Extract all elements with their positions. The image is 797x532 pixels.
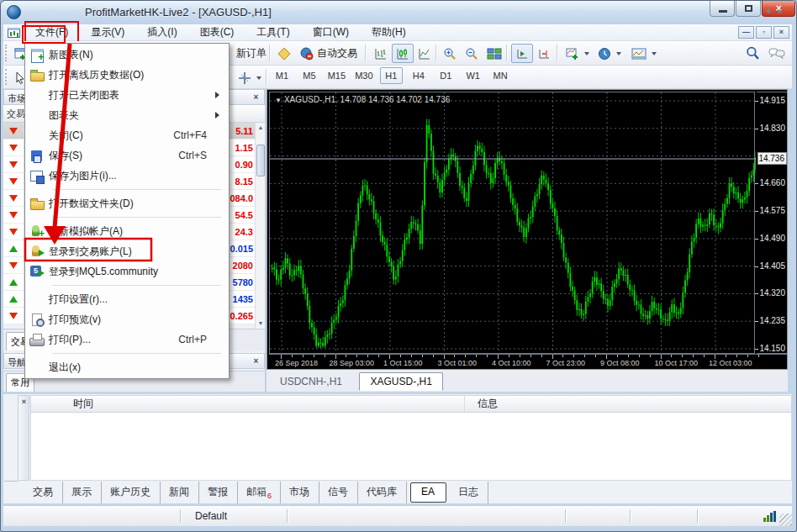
- file-menu-item[interactable]: 打印(P)... Ctrl+P: [25, 329, 229, 350]
- clock-icon: [598, 47, 611, 61]
- file-menu-item[interactable]: [25, 350, 229, 357]
- templates-button[interactable]: [627, 44, 661, 63]
- auto-scroll-button[interactable]: [511, 44, 533, 63]
- file-menu-item[interactable]: [25, 186, 229, 193]
- terminal-tab[interactable]: 代码库: [358, 482, 407, 503]
- auto-trading-button[interactable]: 自动交易: [296, 44, 362, 63]
- file-menu-item[interactable]: 登录到交易账户(L): [25, 241, 229, 261]
- toolbar-grip[interactable]: [5, 45, 8, 61]
- scroll-up-icon[interactable]: ▲: [256, 123, 266, 133]
- dropdown-caret-icon: [584, 52, 589, 55]
- navigator-close-icon[interactable]: ×: [251, 356, 261, 366]
- menu-bar-item[interactable]: 图表(C): [192, 24, 243, 41]
- chart-tab[interactable]: USDCNH-,H1: [270, 373, 352, 390]
- terminal-tab[interactable]: 信号: [319, 482, 358, 503]
- mdi-minimize-button[interactable]: —: [738, 26, 754, 39]
- terminal-tab[interactable]: 交易: [24, 482, 63, 503]
- zoom-out-button[interactable]: [461, 44, 483, 63]
- timeframe-button[interactable]: M30: [352, 67, 375, 84]
- restore-button[interactable]: [736, 1, 761, 17]
- file-menu-item[interactable]: [25, 282, 229, 289]
- market-watch-close-icon[interactable]: ×: [251, 92, 261, 103]
- chart-tab-scroll-buttons[interactable]: ◄►: [764, 7, 789, 15]
- file-menu-item[interactable]: 打开数据文件夹(D): [25, 193, 229, 213]
- terminal-tab[interactable]: 展示: [63, 482, 102, 503]
- bid-price: 24.3: [235, 227, 253, 237]
- chart-plot-area[interactable]: ▼XAGUSD-,H1. 14.708 14.736 14.702 14.736: [269, 92, 755, 354]
- file-menu-item[interactable]: 保存(S) Ctrl+S: [25, 145, 229, 166]
- chart-tab[interactable]: XAGUSD-,H1: [359, 372, 442, 391]
- timeframe-button[interactable]: MN: [489, 67, 512, 84]
- market-watch-scrollbar[interactable]: ▲ ▼: [255, 123, 265, 329]
- line-chart-button[interactable]: [414, 44, 435, 63]
- menu-bar-item[interactable]: 帮助(H): [363, 24, 414, 41]
- menu-bar-item[interactable]: 文件(F): [27, 24, 77, 41]
- time-tick-mark: [650, 355, 651, 357]
- terminal-tab[interactable]: 市场: [281, 482, 319, 503]
- terminal-tab[interactable]: EA: [410, 482, 446, 503]
- file-menu-item[interactable]: 开新模拟帐户(A): [25, 221, 229, 241]
- menu-bar-item[interactable]: 显示(V): [82, 24, 133, 41]
- file-menu-item[interactable]: 保存为图片(i)...: [25, 166, 229, 186]
- periods-button[interactable]: [594, 44, 625, 63]
- timeframe-button[interactable]: M15: [325, 67, 348, 84]
- timeframe-button[interactable]: H1: [380, 67, 403, 84]
- terminal-tab[interactable]: 警报: [199, 482, 238, 503]
- menu-item-label: 图表夹: [49, 108, 207, 123]
- file-menu-item[interactable]: 关闭(C) Ctrl+F4: [25, 125, 229, 145]
- mdi-restore-button[interactable]: ▫: [756, 26, 772, 39]
- chart-shift-button[interactable]: [533, 44, 555, 63]
- terminal-tab[interactable]: 新闻: [161, 482, 199, 503]
- terminal-close-icon[interactable]: ×: [19, 398, 29, 407]
- tile-windows-button[interactable]: [483, 44, 506, 63]
- search-button[interactable]: [742, 44, 764, 63]
- resize-grip[interactable]: [779, 514, 792, 526]
- time-column-header[interactable]: 时间: [31, 396, 465, 412]
- scrollbar-thumb[interactable]: [256, 145, 265, 176]
- market-button[interactable]: [272, 44, 296, 63]
- timeframe-button[interactable]: D1: [435, 67, 457, 84]
- file-menu-item[interactable]: 新图表(N): [25, 45, 229, 65]
- candlestick-chart-button[interactable]: [392, 44, 414, 63]
- indicators-button[interactable]: [562, 44, 594, 63]
- zoom-in-button[interactable]: [439, 44, 461, 63]
- terminal-tab[interactable]: 账户历史: [102, 482, 161, 503]
- file-menu-item[interactable]: 图表夹: [25, 105, 229, 125]
- time-tick-mark: [378, 355, 379, 357]
- price-tick-label: 14.490: [757, 234, 785, 243]
- minimize-button[interactable]: [710, 1, 735, 17]
- terminal-table-body[interactable]: [30, 413, 792, 481]
- terminal-tab[interactable]: 邮箱6: [238, 482, 281, 503]
- time-axis[interactable]: 26 Sep 201828 Sep 03:001 Oct 15:003 Oct …: [269, 354, 787, 369]
- terminal-tab[interactable]: 日志: [450, 482, 488, 503]
- title-bar[interactable]: ProfitMarketHK-Live2 - [XAGUSD-,H1] ×: [1, 1, 797, 24]
- file-menu-item[interactable]: 打印设置(r)...: [25, 289, 229, 309]
- chat-button[interactable]: [764, 44, 789, 63]
- file-menu-item[interactable]: 登录到MQL5.community: [25, 261, 229, 282]
- timeframe-button[interactable]: H4: [407, 67, 430, 84]
- chart-window-icon[interactable]: [8, 28, 20, 38]
- price-tick-label: 14.830: [757, 124, 785, 133]
- file-menu-item[interactable]: 打印预览(v): [25, 309, 229, 329]
- scroll-down-icon[interactable]: ▼: [256, 319, 266, 329]
- toolbar-grip[interactable]: [5, 69, 8, 85]
- bar-chart-button[interactable]: [370, 44, 392, 63]
- profile-name[interactable]: Default: [195, 510, 227, 522]
- mdi-close-button[interactable]: ×: [773, 26, 789, 39]
- terminal-tab-bar: 交易 展示 账户历史 新闻 警报 邮箱6 市场 信号 代码库 EA 日志: [3, 482, 792, 503]
- menu-bar-item[interactable]: 插入(I): [139, 24, 185, 41]
- file-menu-item[interactable]: 退出(x): [25, 357, 229, 377]
- menu-bar-item[interactable]: 工具(T): [248, 24, 298, 41]
- file-menu-item[interactable]: 打开离线历史数据(O): [25, 65, 229, 85]
- cycles-button[interactable]: [234, 68, 266, 87]
- menu-bar-item[interactable]: 窗口(W): [304, 24, 357, 41]
- timeframe-button[interactable]: W1: [462, 67, 484, 84]
- price-direction-arrow-icon: [9, 178, 18, 185]
- price-scale[interactable]: 14.736 14.91514.83014.66014.57514.49014.…: [757, 92, 787, 354]
- time-tick-mark: [476, 355, 477, 357]
- timeframe-button[interactable]: M5: [298, 67, 320, 84]
- file-menu-item[interactable]: 打开已关闭图表: [25, 85, 229, 105]
- file-menu-item[interactable]: [25, 213, 229, 221]
- message-column-header[interactable]: 信息: [465, 397, 791, 411]
- timeframe-button[interactable]: M1: [271, 67, 293, 84]
